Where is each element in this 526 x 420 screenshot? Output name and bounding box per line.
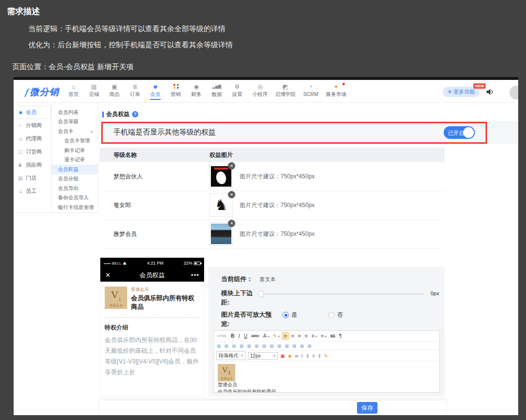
sidebar-item-distributors[interactable]: ◔分销商 (14, 119, 51, 132)
requirement-line-current: 当前逻辑：手机端会员等级详情可以查看其余全部等级的详情 (28, 24, 225, 34)
submenu-member-card[interactable]: 会员卡∨ (52, 127, 98, 136)
nav-item-shop[interactable]: ▤店铺 (84, 82, 104, 97)
image-size-hint: 图片尺寸建议：750px*450px (240, 230, 315, 238)
requirement-line-optimize: 优化为：后台新增按钮，控制手机端是否可以查看其余等级详情 (28, 40, 233, 50)
editor-content[interactable]: V1 普通会员 普通会员 会员俱乐部内所有特权商品 特权介绍 (214, 362, 439, 392)
nav-item-members[interactable]: ☻会员 (145, 82, 166, 97)
editor-toolbar-table-icons[interactable]: ▦▦▦▦▦▦▦▦▦▦▦▦▦ (214, 342, 439, 350)
submenu-member-groups[interactable]: 会员分组 (52, 174, 98, 184)
more-menu-icon[interactable]: ••• (180, 271, 199, 279)
shop-icon: ▤ (84, 83, 104, 91)
align-right-icon[interactable]: ≡ (297, 333, 302, 339)
bullet-list-icon[interactable]: ≡ (310, 333, 319, 339)
font-color-icon[interactable]: A (262, 333, 270, 339)
sidebar-item-members[interactable]: ☻会员 (14, 106, 51, 119)
nav-item-goods[interactable]: ▣商品 (104, 82, 125, 97)
radio-no[interactable]: 否 (328, 311, 343, 319)
remove-image-icon[interactable]: ✕ (228, 162, 235, 170)
nav-item-marketing[interactable]: 营销 (166, 82, 186, 97)
scrm-icon: ◔ (298, 83, 323, 91)
spacing-icon[interactable]: ⇕ (318, 353, 321, 359)
format-brush-icon[interactable]: ✎ (324, 353, 328, 359)
emoji-icon[interactable]: ☻ (287, 353, 293, 359)
align-left-icon[interactable]: ≡ (282, 332, 289, 340)
submenu-card-purchase-records[interactable]: 购卡记录 (52, 146, 98, 155)
user-avatar[interactable] (509, 86, 518, 99)
indent-icon[interactable]: ≡ (312, 353, 315, 359)
finance-icon: ◉ (186, 83, 207, 91)
member-level-card[interactable]: V1 普通会员 普通会员 会员俱乐部内所有特权商品 (105, 286, 200, 318)
align-justify-icon[interactable]: ≡ (303, 333, 309, 339)
nav-item-orders[interactable]: ≣订单 (125, 82, 145, 97)
phone-preview: ••••• BELL 4:21 PM 22% ✕ 会员权益 ••• V1 普通会… (100, 257, 205, 396)
blockquote-icon[interactable]: 66 (329, 333, 337, 339)
benefit-intro-heading: 特权介绍 (105, 324, 200, 332)
sidebar-item-order-merchants[interactable]: ▢订货商 (14, 145, 51, 158)
highlight-pen-icon[interactable]: ✎ (271, 333, 281, 339)
submenu-member-card-manage[interactable]: 会员卡管理 (52, 136, 98, 146)
submenu-card-refund-records[interactable]: 退卡记录 (52, 155, 98, 165)
nav-item-academy[interactable]: ◩启博学院 (273, 82, 298, 97)
benefit-description: 会员俱乐部内所有特权商品，在30天最低价的基础上，针对不同会员等级[V1-V3]… (105, 335, 200, 378)
nav-item-home[interactable]: ⌂首页 (63, 82, 84, 97)
display-other-levels-toggle[interactable]: 已开启 (444, 126, 475, 139)
line-height-icon[interactable]: ⇕ (306, 353, 310, 359)
orders-icon: ≣ (125, 83, 145, 91)
submenu-member-export[interactable]: 会员导出 (52, 184, 98, 193)
submenu-member-backup-import[interactable]: 备份会员导入 (52, 193, 98, 203)
bold-icon[interactable]: B (229, 333, 236, 339)
nav-item-settings[interactable]: ⚙设置 (227, 82, 247, 97)
submenu-bank-card-manage[interactable]: 银行卡信息管理 (52, 203, 98, 212)
sidebar-item-staff[interactable]: ☺员工 (14, 185, 51, 198)
link-icon[interactable]: ∞ (295, 353, 299, 359)
benefit-image-upload[interactable]: ✕ (209, 165, 233, 188)
paragraph-icon[interactable]: ¶ (338, 333, 343, 339)
module-margin-slider[interactable] (259, 293, 425, 295)
nav-item-data[interactable]: ▂▅▇数据 (207, 82, 227, 97)
level-name: 曼女郎 (100, 201, 209, 210)
help-icon[interactable]: ? (132, 111, 138, 117)
sidebar-item-suppliers[interactable]: ♟供应商 (14, 158, 51, 172)
benefit-image-cat (211, 166, 231, 187)
italic-icon[interactable]: I (237, 333, 241, 339)
speaker-icon[interactable] (487, 89, 494, 95)
slider-handle[interactable] (258, 291, 264, 297)
html-source-icon[interactable]: HTML (216, 334, 228, 338)
image-zoom-label: 图片是否可放大预览: (221, 310, 280, 328)
current-component-value: 富文本 (260, 276, 276, 283)
primary-sidebar: ☻会员 ◔分销商 ☺代理商 ▢订货商 ♟供应商 ▤门店 ☺员工 (14, 103, 52, 213)
nav-item-miniprogram[interactable]: ◎小程序 (247, 82, 273, 97)
eraser-icon[interactable]: ◊ (301, 353, 303, 359)
benefit-image-upload[interactable]: ✕ (209, 222, 233, 246)
nav-item-scrm[interactable]: ◔SCRM (298, 82, 323, 97)
save-button[interactable]: 保存 (357, 402, 377, 414)
radio-yes[interactable]: 是 (282, 311, 297, 319)
numbered-list-icon[interactable]: ≡ (319, 333, 328, 339)
panel-pointer (205, 283, 208, 289)
nav-item-finance[interactable]: ◉财务 (186, 82, 207, 97)
admin-screenshot: f微分销 ⌂首页 ▤店铺 ▣商品 ≣订单 ☻会员 营销 ◉财务 ▂▅▇数据 ⚙设… (14, 77, 518, 415)
insert-image-icon[interactable]: ▣ (281, 353, 285, 359)
nav-item-service-market[interactable]: ♥服务市场 (323, 82, 349, 97)
submenu-member-list[interactable]: 会员列表 (52, 108, 98, 117)
more-features-button[interactable]: ✈ 更多功能NEW (443, 87, 480, 97)
submenu-member-level[interactable]: 会员等级 (52, 117, 98, 127)
secondary-sidebar: 会员列表 会员等级 会员卡∨ 会员卡管理 购卡记录 退卡记录 会员权益 会员分组… (52, 103, 98, 213)
app-logo[interactable]: f微分销 (25, 86, 59, 98)
font-size-select[interactable]: 12px▾ (248, 352, 278, 360)
benefit-image-upload[interactable]: ♞ ✕ (209, 193, 233, 217)
remove-image-icon[interactable]: ✕ (228, 220, 235, 227)
submenu-member-benefits[interactable]: 会员权益 (52, 165, 98, 174)
close-icon[interactable]: ✕ (105, 271, 125, 279)
level-name: 雅梦会员 (100, 230, 209, 238)
align-center-icon[interactable]: ≡ (290, 333, 296, 339)
requirement-page-location: 页面位置：会员-会员权益 新增开关项 (12, 62, 133, 72)
requirement-title: 需求描述 (7, 6, 40, 17)
paragraph-format-select[interactable]: 段落格式▾ (216, 351, 245, 360)
sidebar-item-agents[interactable]: ☺代理商 (14, 132, 51, 145)
sidebar-item-stores[interactable]: ▤门店 (14, 172, 51, 185)
remove-image-icon[interactable]: ✕ (228, 191, 235, 198)
editor-toolbar-row1: HTML B I U ABC A ✎ ≡ ≡ ≡ ≡ ≡ ≡ 66 ¶ (214, 331, 439, 342)
underline-icon[interactable]: U (243, 333, 249, 339)
strikethrough-icon[interactable]: ABC (250, 333, 261, 339)
